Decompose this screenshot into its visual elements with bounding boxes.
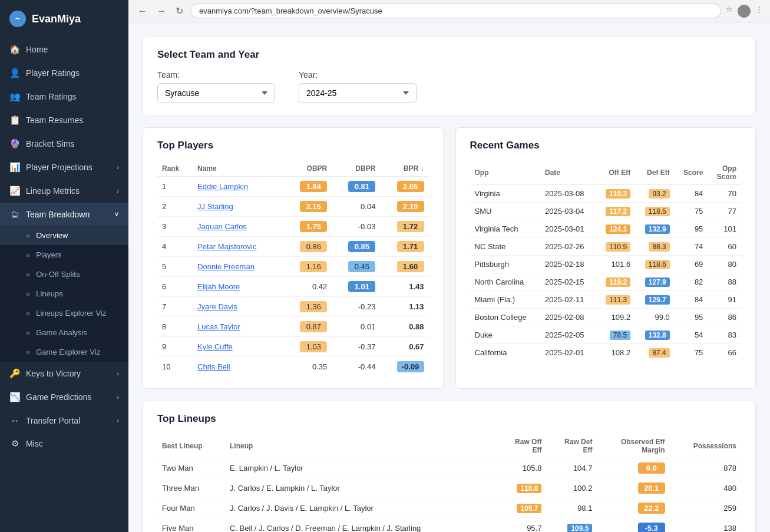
refresh-button[interactable]: ↻: [173, 4, 186, 18]
cell-off-eff: 119.2: [596, 273, 636, 291]
back-button[interactable]: ←: [136, 5, 150, 18]
cell-off-eff: 111.3: [596, 291, 636, 309]
table-row: Duke 2025-02-05 78.5 132.8 54 83: [470, 326, 742, 344]
player-link[interactable]: Jaquan Carlos: [197, 222, 247, 231]
sidebar-item-misc[interactable]: ⚙ Misc: [0, 432, 128, 455]
chevron-right-icon: ›: [117, 187, 119, 194]
cell-obpr: 0.42: [283, 277, 332, 297]
player-link[interactable]: Jyare Davis: [197, 302, 237, 311]
predictions-icon: 📉: [9, 392, 20, 402]
table-row: North Carolina 2025-02-15 119.2 127.9 82…: [470, 273, 742, 291]
table-row: California 2025-02-01 108.2 87.4 75 66: [470, 344, 742, 362]
sidebar-item-team-resumes[interactable]: 📋 Team Resumes: [0, 108, 128, 132]
cell-bpr: 2.19: [380, 197, 428, 217]
col-obpr: OBPR: [283, 161, 332, 177]
col-def-eff: Def Eff: [635, 161, 675, 185]
top-lineups-table: Best Lineup Lineup Raw OffEff Raw DefEff…: [157, 434, 741, 532]
bracket-icon: 🔮: [9, 138, 20, 149]
cell-dbpr: 0.01: [332, 317, 380, 337]
cell-dbpr: -0.44: [332, 357, 380, 377]
sidebar-item-game-predictions[interactable]: 📉 Game Predictions ›: [0, 385, 128, 409]
cell-opp: California: [470, 344, 540, 362]
player-link[interactable]: Lucas Taylor: [197, 322, 240, 331]
sidebar-item-team-breakdown[interactable]: 🗂 Team Breakdown ∨: [0, 203, 128, 226]
cell-obpr: 0.35: [283, 357, 332, 377]
cell-date: 2025-02-05: [540, 326, 596, 344]
sidebar-item-home[interactable]: 🏠 Home: [0, 38, 128, 61]
sidebar-item-label: Transfer Portal: [26, 416, 80, 425]
browser-bar: ← → ↻ ☆ ⋮: [128, 0, 770, 22]
sidebar-item-player-ratings[interactable]: 👤 Player Ratings: [0, 61, 128, 85]
col-score: Score: [675, 161, 708, 185]
player-link[interactable]: Chris Bell: [197, 362, 230, 371]
menu-icon[interactable]: ⋮: [755, 5, 763, 18]
player-link[interactable]: Donnie Freeman: [197, 262, 255, 271]
player-link[interactable]: JJ Starling: [197, 202, 233, 211]
sidebar-sub-lineups-viz[interactable]: Lineups Explorer Viz: [0, 303, 128, 323]
cell-off-eff: 101.6: [596, 256, 636, 273]
player-link[interactable]: Elijah Moore: [197, 282, 240, 291]
sidebar-item-label: Player Projections: [26, 163, 92, 172]
cell-lineup: J. Carlos / J. Davis / E. Lampkin / L. T…: [225, 498, 497, 518]
chevron-right-icon: ›: [117, 164, 119, 171]
sidebar-sub-game-explorer[interactable]: Game Explorer Viz: [0, 342, 128, 362]
breakdown-icon: 🗂: [9, 209, 20, 219]
cell-best-lineup: Five Man: [157, 518, 225, 533]
cell-def-eff: 127.9: [635, 273, 675, 291]
cell-lineup: J. Carlos / E. Lampkin / L. Taylor: [225, 478, 497, 498]
sidebar-item-label: Team Resumes: [26, 115, 83, 125]
player-link[interactable]: Petar Majstorovic: [197, 242, 256, 251]
sidebar-item-bracket-sims[interactable]: 🔮 Bracket Sims: [0, 132, 128, 156]
cell-bpr: 1.60: [380, 257, 428, 277]
cell-opp-score: 101: [708, 220, 741, 238]
sidebar-item-transfer-portal[interactable]: ↔ Transfer Portal ›: [0, 409, 128, 432]
cell-obpr: 2.15: [283, 197, 332, 217]
two-col-section: Top Players Rank Name OBPR DBPR BPR ↓ 1 …: [143, 127, 756, 401]
sidebar-item-player-projections[interactable]: 📊 Player Projections ›: [0, 156, 128, 179]
sidebar-item-label: Team Breakdown: [26, 210, 90, 219]
table-row: 6 Elijah Moore 0.42 1.01 1.43: [157, 277, 429, 297]
col-rank: Rank: [157, 161, 193, 177]
sidebar-sub-game-analysis[interactable]: Game Analysis: [0, 323, 128, 342]
sidebar-item-team-ratings[interactable]: 👥 Team Ratings: [0, 85, 128, 108]
bookmark-icon[interactable]: ☆: [726, 5, 733, 18]
cell-rank: 3: [157, 217, 193, 237]
cell-def-eff: 99.0: [635, 309, 675, 326]
table-row: 9 Kyle Cuffe 1.03 -0.37 0.67: [157, 337, 429, 357]
cell-rank: 9: [157, 337, 193, 357]
avatar-icon[interactable]: [738, 5, 751, 18]
table-row: 2 JJ Starling 2.15 0.04 2.19: [157, 197, 429, 217]
table-row: SMU 2025-03-04 117.2 118.5 75 77: [470, 203, 742, 220]
player-link[interactable]: Kyle Cuffe: [197, 342, 233, 351]
year-field-group: Year: 2024-25 2023-24 2022-23: [299, 70, 417, 103]
sidebar-item-lineup-metrics[interactable]: 📈 Lineup Metrics ›: [0, 179, 128, 203]
url-bar[interactable]: [190, 4, 721, 18]
sidebar-item-keys-to-victory[interactable]: 🔑 Keys to Victory ›: [0, 362, 128, 385]
sidebar-sub-players[interactable]: Players: [0, 245, 128, 265]
cell-opp-score: 88: [708, 273, 741, 291]
sidebar-sub-on-off[interactable]: On-Off Splits: [0, 265, 128, 284]
table-row: 1 Eddie Lampkin 1.84 0.81 2.65: [157, 177, 429, 197]
sidebar-sub-overview[interactable]: Overview: [0, 226, 128, 245]
resume-icon: 📋: [9, 115, 20, 125]
cell-lineup: C. Bell / J. Carlos / D. Freeman / E. La…: [225, 518, 497, 533]
cell-opp-score: 70: [708, 185, 741, 203]
key-icon: 🔑: [9, 368, 20, 379]
home-icon: 🏠: [9, 44, 20, 55]
select-title: Select Team and Year: [157, 49, 741, 61]
forward-button[interactable]: →: [154, 5, 168, 18]
player-link[interactable]: Eddie Lampkin: [197, 182, 248, 191]
team-label: Team:: [157, 70, 275, 80]
year-select[interactable]: 2024-25 2023-24 2022-23: [299, 83, 417, 103]
cell-dbpr: -0.37: [332, 337, 380, 357]
cell-score: 75: [675, 203, 708, 220]
team-select[interactable]: Syracuse Duke Kentucky Kansas North Caro…: [157, 83, 275, 103]
cell-opp-score: 86: [708, 309, 741, 326]
sidebar-sub-lineups[interactable]: Lineups: [0, 284, 128, 303]
sidebar-item-label: Player Ratings: [26, 68, 80, 78]
app-logo[interactable]: ~ EvanMiya: [0, 0, 128, 38]
top-players-card: Top Players Rank Name OBPR DBPR BPR ↓ 1 …: [143, 127, 444, 389]
cell-rank: 2: [157, 197, 193, 217]
cell-score: 84: [675, 185, 708, 203]
sidebar-item-label: Bracket Sims: [26, 139, 74, 148]
